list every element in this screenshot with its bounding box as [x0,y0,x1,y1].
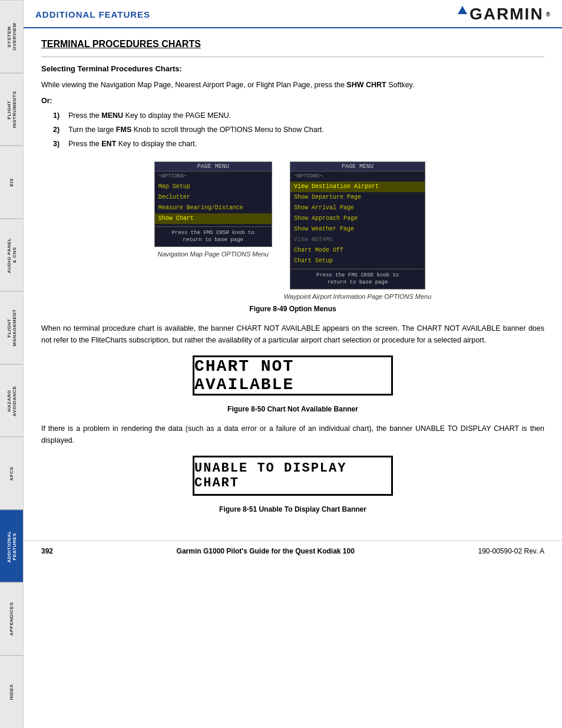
step-2-text: Turn the large FMS Knob to scroll throug… [68,124,324,136]
sidebar-item-eis[interactable]: EIS [0,146,23,219]
right-screenshot-container: PAGE MENU ¬OPTIONS¬ View Destination Air… [284,162,432,300]
right-menu-show-arr: Show Arrival Page [290,203,425,213]
step-1-text: Press the MENU Key to display the PAGE M… [68,110,231,121]
sidebar-item-flight-instruments[interactable]: FLIGHTINSTRUMENTS [0,73,23,146]
registered-mark: ® [546,11,550,18]
ent-bold: ENT [101,140,116,148]
footer-page-number: 392 [41,547,53,555]
shw-chrt-bold: SHW CHRT [346,81,386,89]
steps-list: 1) Press the MENU Key to display the PAG… [53,110,544,150]
garmin-text: GARMIN [470,5,544,24]
left-menu-show-chart: Show Chart [155,213,272,224]
chart-not-available-banner: CHART NOT AVAILABLE [193,355,393,396]
header-title: ADDITIONAL FEATURES [35,9,150,19]
sidebar-item-flight-management[interactable]: FLIGHTMANAGEMENT [0,291,23,364]
right-menu-show-app: Show Approach Page [290,213,425,224]
right-menu-options-header: ¬OPTIONS¬ [290,172,425,182]
figure-49-caption: Figure 8-49 Option Menus [41,305,544,313]
sidebar-item-index[interactable]: INDEX [0,655,23,729]
screenshots-row: PAGE MENU ¬OPTIONS¬ Map Setup Declutter … [41,162,544,300]
garmin-logo: GARMIN ® [457,5,550,24]
right-menu-view-notams: View NOTAMs [290,235,425,245]
right-menu-chart-mode: Chart Mode Off [290,245,425,256]
fms-bold: FMS [116,126,131,134]
paragraph-2: If there is a problem in rendering the d… [41,423,544,446]
footer-revision: 190-00590-02 Rev. A [478,547,544,555]
figure-50-caption: Figure 8-50 Chart Not Available Banner [41,405,544,413]
section-title: TERMINAL PROCEDURES CHARTS [41,39,544,50]
right-menu-title: PAGE MENU [290,162,425,172]
footer-title: Garmin G1000 Pilot's Guide for the Quest… [177,547,355,555]
step-1-num: 1) [53,110,64,121]
sidebar-item-additional-features[interactable]: ADDITIONALFEATURES [0,510,23,583]
main-content: TERMINAL PROCEDURES CHARTS Selecting Ter… [24,28,562,535]
sidebar-item-system-overview[interactable]: SYSTEMOVERVIEW [0,0,23,73]
paragraph-1: When no terminal procedure chart is avai… [41,322,544,346]
chart-not-available-text: CHART NOT AVAILABLE [194,357,391,394]
subsection-title: Selecting Terminal Procedures Charts: [41,64,544,73]
garmin-triangle-icon [458,6,467,14]
step-3: 3) Press the ENT Key to display the char… [53,138,544,150]
page-footer: 392 Garmin G1000 Pilot's Guide for the Q… [24,541,562,561]
or-label: Or: [41,97,544,105]
sidebar-item-appendices[interactable]: APPENDICES [0,582,23,655]
step-1: 1) Press the MENU Key to display the PAG… [53,110,544,121]
left-menu-declutter: Declutter [155,192,272,203]
page-header: ADDITIONAL FEATURES GARMIN ® [24,0,562,28]
right-caption: Waypoint Airport Information Page OPTION… [284,293,432,300]
intro-paragraph: While viewing the Navigation Map Page, N… [41,79,544,91]
sidebar: SYSTEMOVERVIEW FLIGHTINSTRUMENTS EIS AUD… [0,0,24,728]
right-menu-show-weather: Show Weather Page [290,224,425,235]
step-3-text: Press the ENT Key to display the chart. [68,138,197,150]
right-menu-show-dep: Show Departure Page [290,192,425,203]
figure-51-caption: Figure 8-51 Unable To Display Chart Bann… [41,505,544,513]
right-menu-chart-setup: Chart Setup [290,256,425,266]
step-2-num: 2) [53,124,64,136]
unable-to-display-text: UNABLE TO DISPLAY CHART [194,461,391,490]
sidebar-item-hazard-avoidance[interactable]: HAZARDAVOIDANCE [0,364,23,437]
left-menu-title: PAGE MENU [155,162,272,172]
right-menu-view-dest: View Destination Airport [290,182,425,192]
left-caption: Navigation Map Page OPTIONS Menu [158,251,269,258]
sidebar-item-audio-panel[interactable]: AUDIO PANEL& CNS [0,219,23,292]
step-2: 2) Turn the large FMS Knob to scroll thr… [53,124,544,136]
left-page-menu: PAGE MENU ¬OPTIONS¬ Map Setup Declutter … [154,162,272,247]
sidebar-item-afcs[interactable]: AFCS [0,437,23,510]
unable-to-display-banner: UNABLE TO DISPLAY CHART [193,456,393,496]
right-menu-footer: Press the FMS CRSR knob toreturn to base… [290,269,425,289]
left-menu-options-header: ¬OPTIONS¬ [155,172,272,182]
left-menu-footer: Press the FMS CRSR knob toreturn to base… [155,226,272,246]
step-3-num: 3) [53,138,64,150]
left-menu-measure: Measure Bearing/Distance [155,203,272,213]
left-menu-map-setup: Map Setup [155,182,272,192]
section-divider [41,57,544,57]
right-page-menu: PAGE MENU ¬OPTIONS¬ View Destination Air… [290,162,425,289]
left-screenshot-container: PAGE MENU ¬OPTIONS¬ Map Setup Declutter … [154,162,272,300]
menu-key-bold: MENU [101,111,123,120]
